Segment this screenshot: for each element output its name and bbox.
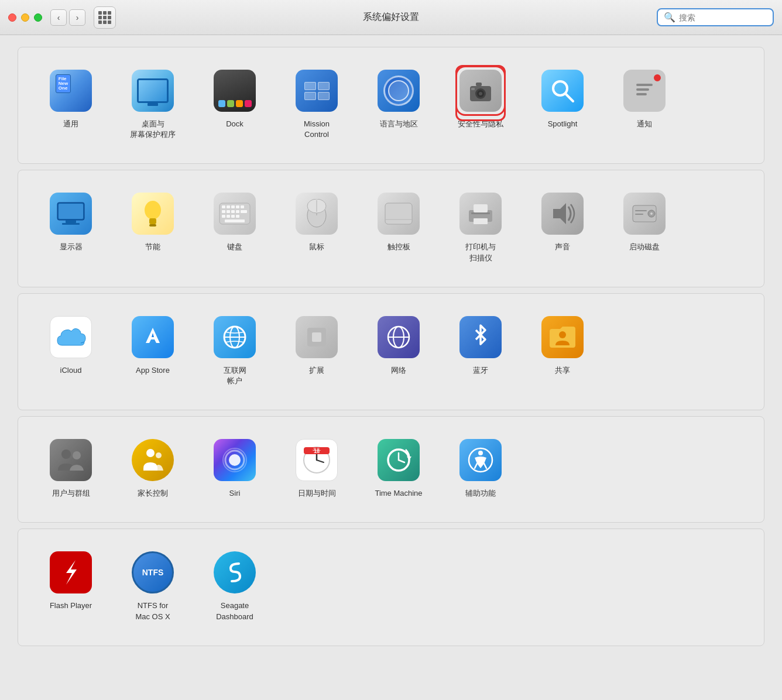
grid-view-button[interactable]	[94, 6, 116, 29]
pref-item-language[interactable]: 语言与地区	[358, 61, 440, 139]
language-icon	[375, 67, 422, 114]
pref-item-bluetooth[interactable]: 蓝牙	[440, 308, 522, 385]
svg-rect-21	[231, 205, 235, 208]
svg-rect-17	[149, 224, 156, 227]
svg-point-77	[478, 451, 483, 455]
search-box[interactable]: 🔍	[657, 8, 774, 26]
search-input[interactable]	[679, 13, 767, 22]
spotlight-icon	[539, 67, 586, 114]
startup-label: 启动磁盘	[629, 242, 660, 252]
desktop-label: 桌面与屏幕保护程序	[130, 119, 176, 140]
pref-item-trackpad[interactable]: 触控板	[358, 184, 440, 262]
users-label: 用户与群组	[52, 488, 90, 499]
pref-item-energy[interactable]: 节能	[112, 184, 194, 262]
pref-item-extensions[interactable]: 扩展	[276, 308, 358, 385]
svg-rect-9	[636, 88, 649, 91]
pref-item-desktop[interactable]: 桌面与屏幕保护程序	[112, 61, 194, 149]
siri-label: Siri	[229, 488, 241, 499]
pref-item-mouse[interactable]: 鼠标	[276, 184, 358, 262]
appstore-icon	[129, 314, 176, 361]
pref-item-timemachine[interactable]: Time Machine	[358, 431, 440, 508]
svg-rect-29	[222, 215, 225, 218]
svg-rect-12	[59, 204, 83, 219]
pref-item-flashplayer[interactable]: Flash Player	[30, 543, 112, 620]
pref-item-mission[interactable]: MissionControl	[276, 61, 358, 149]
parental-label: 家长控制	[138, 488, 168, 499]
minimize-button[interactable]	[21, 13, 29, 22]
extensions-label: 扩展	[309, 365, 324, 376]
forward-button[interactable]: ›	[69, 9, 85, 26]
flashplayer-icon	[47, 549, 94, 596]
pref-item-appstore[interactable]: App Store	[112, 308, 194, 385]
pref-item-dock[interactable]: Dock	[194, 61, 276, 139]
general-label: 通用	[63, 119, 78, 129]
svg-rect-25	[227, 210, 230, 213]
pref-item-printer[interactable]: 打印机与扫描仪	[440, 184, 522, 272]
trackpad-label: 触控板	[387, 242, 410, 252]
svg-rect-10	[636, 93, 647, 95]
pref-item-sharing[interactable]: 共享	[522, 308, 603, 385]
svg-rect-20	[227, 205, 230, 208]
svg-point-63	[229, 454, 241, 466]
mission-label: MissionControl	[304, 119, 330, 140]
pref-item-network[interactable]: 网络	[358, 308, 440, 385]
seagate-label: SeagateDashboard	[216, 601, 253, 622]
dock-icon	[211, 67, 258, 114]
maximize-button[interactable]	[34, 13, 42, 22]
grid-dots-icon	[98, 11, 111, 24]
svg-point-58	[559, 331, 566, 338]
svg-rect-41	[474, 204, 488, 212]
internet-section: iCloud App Store	[18, 293, 764, 410]
sound-label: 声音	[555, 242, 570, 252]
svg-marker-44	[553, 203, 566, 224]
pref-item-datetime[interactable]: 18 JUL 日期与时间	[276, 431, 358, 508]
energy-icon	[129, 190, 176, 237]
icloud-icon	[47, 314, 94, 361]
extensions-icon	[293, 314, 340, 361]
datetime-label: 日期与时间	[298, 488, 336, 499]
security-label: 安全性与隐私	[458, 119, 503, 129]
svg-line-74	[399, 460, 404, 462]
appstore-label: App Store	[136, 365, 170, 376]
svg-rect-28	[241, 210, 247, 213]
pref-item-general[interactable]: FileNewOne 通用	[30, 61, 112, 139]
pref-item-sound[interactable]: 声音	[522, 184, 603, 262]
pref-item-startup[interactable]: 启动磁盘	[603, 184, 685, 262]
bluetooth-icon	[457, 314, 504, 361]
svg-rect-19	[222, 205, 225, 208]
svg-text:JUL: JUL	[313, 447, 321, 452]
svg-point-47	[650, 212, 653, 215]
pref-item-keyboard[interactable]: 键盘	[194, 184, 276, 262]
mission-icon	[293, 67, 340, 114]
pref-item-spotlight[interactable]: Spotlight	[522, 61, 603, 139]
timemachine-label: Time Machine	[375, 488, 422, 499]
siri-icon	[211, 437, 258, 483]
back-button[interactable]: ‹	[50, 9, 67, 26]
pref-item-parental[interactable]: 家长控制	[112, 431, 194, 508]
notification-label: 通知	[637, 119, 652, 129]
svg-rect-54	[312, 332, 321, 342]
hardware-grid: 显示器 节能	[30, 184, 752, 272]
pref-item-display[interactable]: 显示器	[30, 184, 112, 262]
pref-item-security[interactable]: 安全性与隐私	[440, 61, 522, 139]
close-button[interactable]	[8, 13, 16, 22]
security-icon	[457, 67, 504, 114]
dock-label: Dock	[226, 119, 243, 129]
pref-item-ntfs[interactable]: NTFS NTFS forMac OS X	[112, 543, 194, 631]
accessibility-icon	[457, 437, 504, 483]
pref-item-notification[interactable]: 通知	[603, 61, 685, 139]
pref-item-icloud[interactable]: iCloud	[30, 308, 112, 385]
svg-rect-33	[225, 219, 245, 222]
svg-marker-80	[66, 560, 77, 585]
icloud-label: iCloud	[60, 365, 82, 376]
svg-rect-32	[236, 215, 239, 218]
pref-item-internet-accounts[interactable]: 互联网帐户	[194, 308, 276, 396]
pref-item-users[interactable]: 用户与群组	[30, 431, 112, 508]
hardware-section: 显示器 节能	[18, 170, 764, 287]
pref-item-siri[interactable]: Siri	[194, 431, 276, 508]
search-icon: 🔍	[664, 12, 675, 23]
pref-item-accessibility[interactable]: 辅助功能	[440, 431, 522, 508]
bluetooth-label: 蓝牙	[473, 365, 488, 376]
trackpad-icon	[375, 190, 422, 237]
pref-item-seagate[interactable]: SeagateDashboard	[194, 543, 276, 631]
